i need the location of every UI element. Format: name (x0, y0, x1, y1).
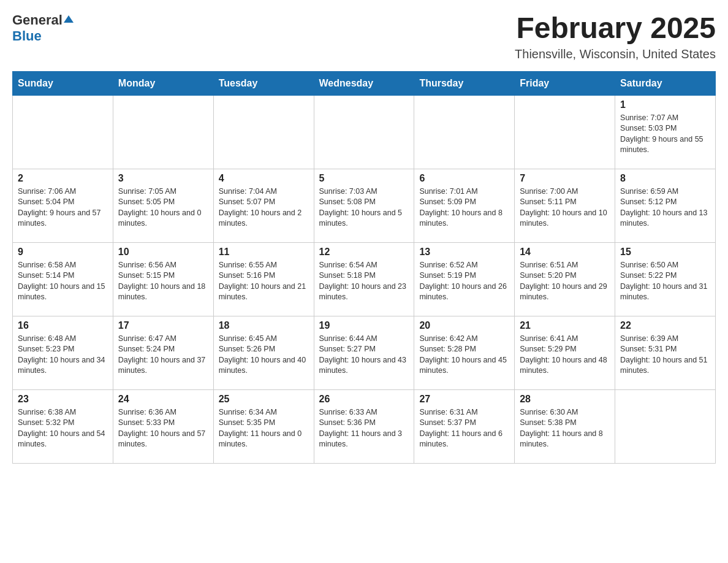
calendar-cell-1-2: 4Sunrise: 7:04 AMSunset: 5:07 PMDaylight… (213, 169, 314, 242)
header-sunday: Sunday (13, 71, 113, 95)
calendar-cell-2-1: 10Sunrise: 6:56 AMSunset: 5:15 PMDayligh… (113, 242, 213, 316)
day-number-4-1: 24 (118, 394, 208, 405)
day-number-3-0: 16 (18, 320, 108, 331)
day-number-3-5: 21 (520, 320, 610, 331)
day-number-4-2: 25 (219, 394, 309, 405)
day-info-2-3: Sunrise: 6:54 AMSunset: 5:18 PMDaylight:… (319, 260, 409, 303)
day-number-2-0: 9 (18, 247, 108, 258)
calendar-cell-3-1: 17Sunrise: 6:47 AMSunset: 5:24 PMDayligh… (113, 316, 213, 389)
header-monday: Monday (113, 71, 213, 95)
calendar-cell-3-2: 18Sunrise: 6:45 AMSunset: 5:26 PMDayligh… (213, 316, 314, 389)
day-info-1-2: Sunrise: 7:04 AMSunset: 5:07 PMDaylight:… (219, 186, 309, 229)
calendar-cell-3-4: 20Sunrise: 6:42 AMSunset: 5:28 PMDayligh… (414, 316, 515, 389)
day-number-1-2: 4 (219, 173, 309, 184)
calendar-cell-0-3 (314, 95, 414, 169)
calendar-table: Sunday Monday Tuesday Wednesday Thursday… (12, 71, 716, 464)
day-info-4-4: Sunrise: 6:31 AMSunset: 5:37 PMDaylight:… (419, 407, 509, 450)
header-friday: Friday (515, 71, 615, 95)
calendar-cell-0-4 (414, 95, 515, 169)
day-info-1-0: Sunrise: 7:06 AMSunset: 5:04 PMDaylight:… (18, 186, 108, 229)
day-info-2-0: Sunrise: 6:58 AMSunset: 5:14 PMDaylight:… (18, 260, 108, 303)
calendar-cell-0-6: 1Sunrise: 7:07 AMSunset: 5:03 PMDaylight… (615, 95, 716, 169)
logo-icon (64, 14, 74, 24)
calendar-cell-4-0: 23Sunrise: 6:38 AMSunset: 5:32 PMDayligh… (13, 389, 113, 463)
day-info-1-3: Sunrise: 7:03 AMSunset: 5:08 PMDaylight:… (319, 186, 409, 229)
day-info-3-1: Sunrise: 6:47 AMSunset: 5:24 PMDaylight:… (118, 334, 208, 377)
day-info-1-1: Sunrise: 7:05 AMSunset: 5:05 PMDaylight:… (118, 186, 208, 229)
day-number-4-0: 23 (18, 394, 108, 405)
title-area: February 2025 Thiensville, Wisconsin, Un… (515, 12, 716, 61)
calendar-cell-4-6 (615, 389, 716, 463)
calendar-cell-3-5: 21Sunrise: 6:41 AMSunset: 5:29 PMDayligh… (515, 316, 615, 389)
day-info-3-0: Sunrise: 6:48 AMSunset: 5:23 PMDaylight:… (18, 334, 108, 377)
calendar-cell-3-6: 22Sunrise: 6:39 AMSunset: 5:31 PMDayligh… (615, 316, 716, 389)
day-info-3-2: Sunrise: 6:45 AMSunset: 5:26 PMDaylight:… (219, 334, 309, 377)
day-number-2-2: 11 (219, 247, 309, 258)
day-number-3-4: 20 (419, 320, 509, 331)
day-number-2-5: 14 (520, 247, 610, 258)
calendar-cell-4-1: 24Sunrise: 6:36 AMSunset: 5:33 PMDayligh… (113, 389, 213, 463)
calendar-cell-1-3: 5Sunrise: 7:03 AMSunset: 5:08 PMDaylight… (314, 169, 414, 242)
calendar-cell-0-1 (113, 95, 213, 169)
calendar-cell-4-2: 25Sunrise: 6:34 AMSunset: 5:35 PMDayligh… (213, 389, 314, 463)
calendar-cell-1-4: 6Sunrise: 7:01 AMSunset: 5:09 PMDaylight… (414, 169, 515, 242)
week-row-4: 16Sunrise: 6:48 AMSunset: 5:23 PMDayligh… (13, 316, 716, 389)
day-info-3-3: Sunrise: 6:44 AMSunset: 5:27 PMDaylight:… (319, 334, 409, 377)
calendar-subtitle: Thiensville, Wisconsin, United States (515, 47, 716, 61)
week-row-3: 9Sunrise: 6:58 AMSunset: 5:14 PMDaylight… (13, 242, 716, 316)
day-number-1-4: 6 (419, 173, 509, 184)
calendar-title: February 2025 (515, 12, 716, 45)
day-number-2-4: 13 (419, 247, 509, 258)
day-number-3-2: 18 (219, 320, 309, 331)
day-info-4-1: Sunrise: 6:36 AMSunset: 5:33 PMDaylight:… (118, 407, 208, 450)
calendar-cell-1-1: 3Sunrise: 7:05 AMSunset: 5:05 PMDaylight… (113, 169, 213, 242)
day-number-1-1: 3 (118, 173, 208, 184)
logo: General Blue (12, 12, 74, 44)
day-info-2-5: Sunrise: 6:51 AMSunset: 5:20 PMDaylight:… (520, 260, 610, 303)
calendar-cell-2-0: 9Sunrise: 6:58 AMSunset: 5:14 PMDaylight… (13, 242, 113, 316)
day-info-4-0: Sunrise: 6:38 AMSunset: 5:32 PMDaylight:… (18, 407, 108, 450)
day-number-4-3: 26 (319, 394, 409, 405)
calendar-cell-3-0: 16Sunrise: 6:48 AMSunset: 5:23 PMDayligh… (13, 316, 113, 389)
day-info-2-2: Sunrise: 6:55 AMSunset: 5:16 PMDaylight:… (219, 260, 309, 303)
day-info-3-5: Sunrise: 6:41 AMSunset: 5:29 PMDaylight:… (520, 334, 610, 377)
day-info-2-6: Sunrise: 6:50 AMSunset: 5:22 PMDaylight:… (620, 260, 710, 303)
day-info-2-1: Sunrise: 6:56 AMSunset: 5:15 PMDaylight:… (118, 260, 208, 303)
day-number-1-6: 8 (620, 173, 710, 184)
calendar-cell-1-6: 8Sunrise: 6:59 AMSunset: 5:12 PMDaylight… (615, 169, 716, 242)
calendar-cell-2-3: 12Sunrise: 6:54 AMSunset: 5:18 PMDayligh… (314, 242, 414, 316)
day-number-1-3: 5 (319, 173, 409, 184)
day-info-4-3: Sunrise: 6:33 AMSunset: 5:36 PMDaylight:… (319, 407, 409, 450)
day-number-3-1: 17 (118, 320, 208, 331)
day-info-4-2: Sunrise: 6:34 AMSunset: 5:35 PMDaylight:… (219, 407, 309, 450)
calendar-cell-1-5: 7Sunrise: 7:00 AMSunset: 5:11 PMDaylight… (515, 169, 615, 242)
calendar-cell-4-3: 26Sunrise: 6:33 AMSunset: 5:36 PMDayligh… (314, 389, 414, 463)
day-number-2-6: 15 (620, 247, 710, 258)
day-number-2-1: 10 (118, 247, 208, 258)
page-header: General Blue February 2025 Thiensville, … (12, 12, 716, 61)
day-number-2-3: 12 (319, 247, 409, 258)
calendar-cell-2-4: 13Sunrise: 6:52 AMSunset: 5:19 PMDayligh… (414, 242, 515, 316)
day-info-3-6: Sunrise: 6:39 AMSunset: 5:31 PMDaylight:… (620, 334, 710, 377)
logo-general: General (12, 12, 63, 28)
calendar-cell-2-2: 11Sunrise: 6:55 AMSunset: 5:16 PMDayligh… (213, 242, 314, 316)
day-info-0-6: Sunrise: 7:07 AMSunset: 5:03 PMDaylight:… (620, 113, 710, 156)
logo-blue: Blue (12, 28, 42, 44)
day-number-1-5: 7 (520, 173, 610, 184)
header-saturday: Saturday (615, 71, 716, 95)
calendar-cell-3-3: 19Sunrise: 6:44 AMSunset: 5:27 PMDayligh… (314, 316, 414, 389)
calendar-cell-2-6: 15Sunrise: 6:50 AMSunset: 5:22 PMDayligh… (615, 242, 716, 316)
week-row-2: 2Sunrise: 7:06 AMSunset: 5:04 PMDaylight… (13, 169, 716, 242)
calendar-cell-0-2 (213, 95, 314, 169)
calendar-cell-0-5 (515, 95, 615, 169)
day-info-1-5: Sunrise: 7:00 AMSunset: 5:11 PMDaylight:… (520, 186, 610, 229)
week-row-1: 1Sunrise: 7:07 AMSunset: 5:03 PMDaylight… (13, 95, 716, 169)
day-info-1-6: Sunrise: 6:59 AMSunset: 5:12 PMDaylight:… (620, 186, 710, 229)
header-thursday: Thursday (414, 71, 515, 95)
day-number-4-4: 27 (419, 394, 509, 405)
calendar-cell-1-0: 2Sunrise: 7:06 AMSunset: 5:04 PMDaylight… (13, 169, 113, 242)
header-wednesday: Wednesday (314, 71, 414, 95)
weekday-header-row: Sunday Monday Tuesday Wednesday Thursday… (13, 71, 716, 95)
calendar-cell-0-0 (13, 95, 113, 169)
day-number-1-0: 2 (18, 173, 108, 184)
